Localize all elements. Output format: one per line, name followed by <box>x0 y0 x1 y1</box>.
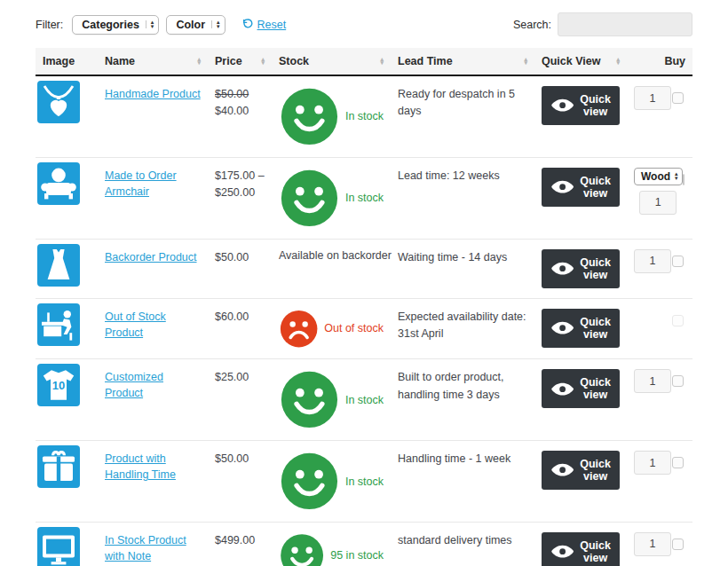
product-image[interactable] <box>37 162 80 205</box>
variation-select[interactable]: Wood ▴▾ <box>634 168 683 185</box>
toolbar: Filter: Categories ▴▾ Color ▴▾ Reset Sea… <box>36 12 692 36</box>
quick-view-button[interactable]: Quick view <box>542 532 620 566</box>
stock-label: In stock <box>345 394 384 406</box>
column-header[interactable]: Name ▴▾ <box>98 48 208 75</box>
eye-icon <box>550 316 574 340</box>
reset-label: Reset <box>257 19 287 31</box>
column-header[interactable]: Lead Time ▴▾ <box>391 48 534 75</box>
product-image[interactable] <box>37 527 80 566</box>
eye-icon <box>550 175 574 199</box>
color-filter-select[interactable]: Color ▴▾ <box>166 15 225 35</box>
product-image-icon <box>37 527 80 566</box>
search-area: Search: <box>513 12 692 36</box>
stock-label: In stock <box>345 192 384 204</box>
product-image[interactable]: 10 <box>37 364 80 406</box>
product-name-link[interactable]: Made to Order Armchair <box>105 169 177 198</box>
select-product-checkbox[interactable] <box>683 174 684 185</box>
product-image-icon <box>37 162 80 205</box>
product-row: Handmade Product $50.00 $40.00 In stock … <box>36 75 692 157</box>
product-row: In Stock Product with Note $499.00 95 in… <box>36 522 692 566</box>
lead-time: Handling time - 1 week <box>391 441 534 523</box>
product-name-link[interactable]: Out of Stock Product <box>105 311 166 339</box>
product-image-icon <box>37 445 80 488</box>
quick-view-button[interactable]: Quick view <box>542 369 620 408</box>
product-image-icon <box>37 244 80 287</box>
quick-view-button[interactable]: Quick view <box>542 86 620 125</box>
column-header[interactable]: Quick View ▴▾ <box>534 48 627 75</box>
product-name-link[interactable]: Customized Product <box>105 371 163 399</box>
product-image-icon <box>37 303 80 346</box>
select-product-checkbox[interactable] <box>672 255 684 267</box>
stock-label: 95 in stock <box>330 549 384 562</box>
filter-bar: Filter: Categories ▴▾ Color ▴▾ Reset <box>36 15 286 35</box>
filter-label: Filter: <box>36 19 63 31</box>
stock-status-icon <box>279 86 340 147</box>
stock-status-icon <box>279 532 325 566</box>
product-name-link[interactable]: In Stock Product with Note <box>105 534 186 562</box>
sort-icon[interactable]: ▴▾ <box>380 58 384 66</box>
quick-view-button[interactable]: Quick view <box>542 249 620 288</box>
product-table: Image Name ▴▾ Price ▴▾ Stock ▴▾ Lead Tim… <box>36 48 692 566</box>
product-name-link[interactable]: Handmade Product <box>105 88 201 100</box>
table-header: Image Name ▴▾ Price ▴▾ Stock ▴▾ Lead Tim… <box>36 48 692 75</box>
column-header[interactable]: Price ▴▾ <box>208 48 272 75</box>
quantity-input[interactable] <box>634 86 671 110</box>
price: $50.00 <box>215 249 265 266</box>
categories-filter-label: Categories <box>82 19 139 31</box>
lead-time: Ready for despatch in 5 days <box>391 75 534 157</box>
search-label: Search: <box>513 19 551 31</box>
sort-icon[interactable]: ▴▾ <box>616 58 620 66</box>
search-input[interactable] <box>558 12 692 36</box>
quantity-input[interactable] <box>634 451 671 475</box>
sort-icon[interactable]: ▴▾ <box>524 58 527 66</box>
product-image[interactable] <box>37 445 80 488</box>
quantity-input[interactable] <box>634 369 671 393</box>
reset-filters-link[interactable]: Reset <box>241 18 287 32</box>
product-name-link[interactable]: Backorder Product <box>105 251 197 263</box>
price: $499.00 <box>215 532 265 549</box>
product-row: Backorder Product $50.00 Available on ba… <box>36 239 692 298</box>
quantity-input[interactable] <box>634 249 671 273</box>
select-product-checkbox[interactable] <box>672 457 684 468</box>
product-name-link[interactable]: Product with Handling Time <box>105 452 176 481</box>
column-header[interactable]: Image <box>36 48 98 75</box>
lead-time: Waiting time - 14 days <box>391 239 534 298</box>
select-arrows-icon: ▴▾ <box>146 20 154 28</box>
product-image-icon <box>37 81 80 123</box>
column-header[interactable]: Stock ▴▾ <box>272 48 391 75</box>
column-header[interactable]: Buy <box>627 48 692 75</box>
reset-icon <box>241 18 253 32</box>
sort-icon[interactable]: ▴▾ <box>197 58 201 66</box>
price: $25.00 <box>215 369 265 386</box>
lead-time: Built to order product, handling time 3 … <box>391 359 534 441</box>
product-image[interactable] <box>37 81 80 123</box>
lead-time: Expected availability date: 31st April <box>391 298 534 358</box>
quick-view-button[interactable]: Quick view <box>542 309 620 348</box>
eye-icon <box>550 377 574 401</box>
lead-time: Lead time: 12 weeks <box>391 157 534 239</box>
product-image[interactable] <box>37 303 80 346</box>
stock-label: Available on backorder <box>279 249 392 262</box>
product-row: Out of Stock Product $60.00 Out of stock… <box>36 298 692 358</box>
product-image[interactable] <box>37 244 80 287</box>
product-row: 10 Customized Product $25.00 In stock Bu… <box>36 359 692 441</box>
select-product-checkbox[interactable] <box>672 538 684 550</box>
price: $175.00 – $250.00 <box>215 168 265 201</box>
select-product-checkbox[interactable] <box>672 375 684 387</box>
quantity-input[interactable] <box>634 532 671 556</box>
stock-status-icon <box>279 369 340 430</box>
categories-filter-select[interactable]: Categories ▴▾ <box>72 15 159 35</box>
quantity-input[interactable] <box>639 191 677 215</box>
quick-view-button[interactable]: Quick view <box>542 451 620 490</box>
quick-view-button[interactable]: Quick view <box>542 168 620 207</box>
select-product-checkbox[interactable] <box>672 315 684 326</box>
eye-icon <box>550 93 574 117</box>
price: $50.00 <box>215 451 265 468</box>
sort-icon[interactable]: ▴▾ <box>261 58 265 66</box>
product-row: Made to Order Armchair $175.00 – $250.00… <box>36 157 692 239</box>
product-table-page: Filter: Categories ▴▾ Color ▴▾ Reset Sea… <box>0 0 728 566</box>
select-product-checkbox[interactable] <box>672 92 684 104</box>
product-image-icon: 10 <box>37 364 80 406</box>
stock-status-icon <box>279 451 340 512</box>
stock-status-icon <box>279 309 319 349</box>
